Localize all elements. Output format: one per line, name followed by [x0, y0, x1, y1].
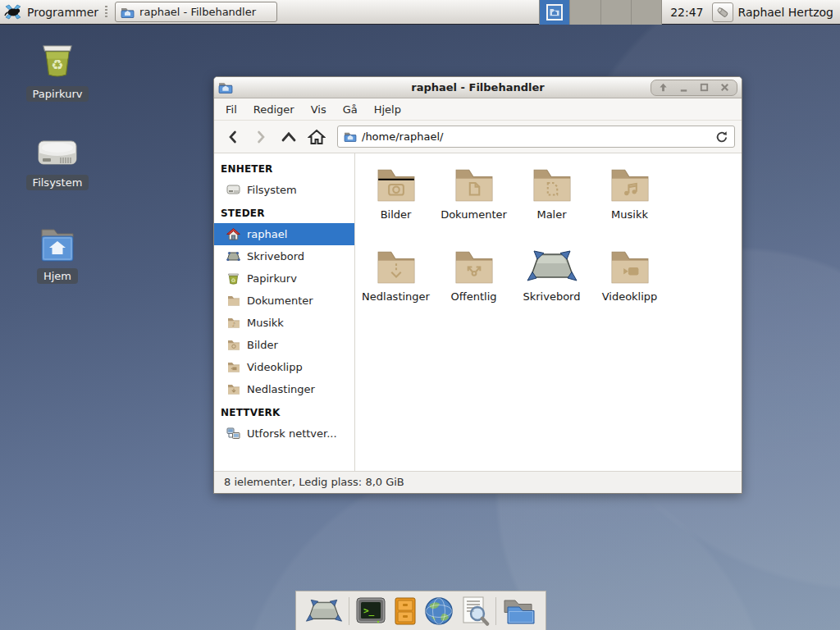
sidebar-item-skrivebord[interactable]: Skrivebord [214, 245, 354, 267]
applications-menu-button[interactable]: Programmer [27, 6, 98, 19]
sidebar-item-musikk[interactable]: ♪ Musikk [214, 312, 354, 334]
home-icon [226, 228, 240, 240]
sidebar-header-devices: ENHETER [214, 157, 354, 179]
folder-icon: ♪ [226, 317, 240, 328]
svg-text:♻: ♻ [231, 277, 236, 284]
desktop-icon-label: Hjem [37, 268, 78, 284]
harddrive-icon [36, 130, 79, 171]
desktop-icon-label: Papirkurv [26, 86, 89, 102]
desktop-icon [526, 245, 578, 288]
sidebar-item-bilder[interactable]: Bilder [214, 334, 354, 356]
sidebar-item-label: Bilder [247, 339, 278, 351]
user-name[interactable]: Raphael Hertzog [738, 6, 833, 19]
statusbar: 8 ielementer, Ledig plass: 8,0 GiB [214, 471, 742, 493]
shade-button[interactable] [658, 82, 669, 93]
up-button[interactable] [276, 126, 301, 148]
menu-hjelp[interactable]: Hjelp [366, 100, 409, 119]
file-label: Maler [536, 208, 566, 221]
file-item-maler[interactable]: Maler [514, 163, 590, 245]
terminal-icon[interactable]: >_ [355, 597, 386, 625]
file-item-dokumenter[interactable]: Dokumenter [436, 163, 512, 245]
home-button[interactable] [304, 126, 329, 148]
path-bar[interactable]: /home/raphael/ [337, 126, 735, 148]
path-input[interactable]: /home/raphael/ [362, 130, 710, 143]
file-item-bilder[interactable]: Bilder [358, 163, 434, 245]
file-item-musikk[interactable]: Musikk [592, 163, 668, 245]
desktop-icon-filesystem[interactable]: Filsystem [16, 130, 98, 190]
sidebar-item-label: Musikk [247, 317, 284, 329]
menu-rediger[interactable]: Rediger [245, 100, 303, 119]
sidebar-item-label: Dokumenter [247, 294, 313, 307]
folder-icon [226, 340, 240, 350]
sidebar-item-videoklipp[interactable]: Videoklipp [214, 356, 354, 378]
svg-text:♪: ♪ [231, 322, 235, 328]
file-cabinet-icon[interactable] [392, 596, 418, 626]
file-label: Musikk [611, 208, 648, 221]
sidebar-item-filsystem[interactable]: Filsystem [214, 179, 354, 201]
workspace-1[interactable] [540, 0, 570, 25]
file-label: Videoklipp [602, 290, 658, 303]
menu-fil[interactable]: Fil [217, 100, 245, 119]
sidebar-header-places: STEDER [214, 201, 354, 223]
workspace-pager [539, 0, 662, 25]
workspace-2[interactable] [570, 0, 600, 25]
sidebar-item-label: Nedlastinger [247, 383, 315, 395]
harddrive-icon [226, 185, 240, 195]
folder-icon [121, 7, 135, 18]
sidebar-item-nedlastinger[interactable]: Nedlastinger [214, 378, 354, 400]
trash-icon: ♻ [226, 272, 240, 285]
minimize-button[interactable] [678, 82, 689, 93]
menubar: Fil Rediger Vis Gå Hjelp [214, 98, 742, 121]
show-desktop-icon[interactable] [305, 598, 343, 624]
clock[interactable]: 22:47 [670, 6, 703, 19]
titlebar[interactable]: raphael - Filbehandler [214, 77, 742, 98]
workspace-3[interactable] [601, 0, 632, 25]
sidebar-item-raphael[interactable]: raphael [214, 223, 354, 245]
sidebar-item-label: raphael [247, 228, 287, 240]
close-button[interactable] [719, 82, 730, 93]
sidebar-header-network: NETTVERK [214, 400, 354, 422]
reload-icon[interactable] [715, 130, 728, 144]
menu-vis[interactable]: Vis [303, 100, 335, 119]
folder-icon [226, 362, 240, 372]
menu-ga[interactable]: Gå [335, 100, 366, 119]
bottom-dock: >_ [295, 591, 546, 630]
web-browser-icon[interactable] [423, 596, 454, 627]
desktop-icon-home[interactable]: Hjem [16, 223, 98, 284]
folder-icon [226, 384, 240, 395]
forward-button[interactable] [249, 126, 273, 148]
search-icon[interactable] [460, 596, 490, 627]
file-item-skrivebord[interactable]: Skrivebord [514, 245, 590, 327]
sidebar-item-label: Videoklipp [247, 361, 303, 373]
folder-downloads-icon [376, 245, 417, 288]
sidebar-item-network-browse[interactable]: Utforsk nettver... [214, 422, 354, 445]
user-session-icon[interactable] [712, 2, 733, 22]
desktop-icon-label: Filsystem [26, 175, 89, 190]
window-controls [651, 80, 737, 96]
panel-grip-handle[interactable] [105, 6, 107, 19]
file-item-videoklipp[interactable]: Videoklipp [592, 245, 668, 327]
folder-pictures-icon [376, 163, 417, 206]
svg-text:♻: ♻ [51, 57, 63, 73]
file-manager-icon[interactable] [502, 596, 536, 626]
workspace-4[interactable] [632, 0, 662, 25]
sidebar-item-papirkurv[interactable]: ♻ Papirkurv [214, 267, 354, 290]
maximize-button[interactable] [699, 82, 710, 93]
sidebar: ENHETER Filsystem STEDER [214, 153, 355, 471]
network-icon [226, 427, 240, 440]
taskbar-window-button[interactable]: raphael - Filbehandler [115, 2, 277, 22]
desktop-icon-trash[interactable]: ♻ Papirkurv [16, 41, 98, 102]
xfce-logo-icon[interactable] [4, 4, 22, 21]
folder-public-icon [454, 245, 495, 288]
trash-icon: ♻ [39, 41, 76, 82]
file-label: Skrivebord [523, 290, 580, 303]
file-list: Bilder Dokumenter [355, 153, 742, 471]
dock-separator [495, 597, 496, 625]
mini-window-icon [546, 4, 563, 21]
back-button[interactable] [221, 126, 245, 148]
sidebar-item-dokumenter[interactable]: Dokumenter [214, 290, 354, 312]
file-item-nedlastinger[interactable]: Nedlastinger [358, 245, 434, 327]
file-label: Dokumenter [441, 208, 507, 221]
file-item-offentlig[interactable]: Offentlig [436, 245, 512, 327]
toolbar: /home/raphael/ [214, 121, 742, 153]
